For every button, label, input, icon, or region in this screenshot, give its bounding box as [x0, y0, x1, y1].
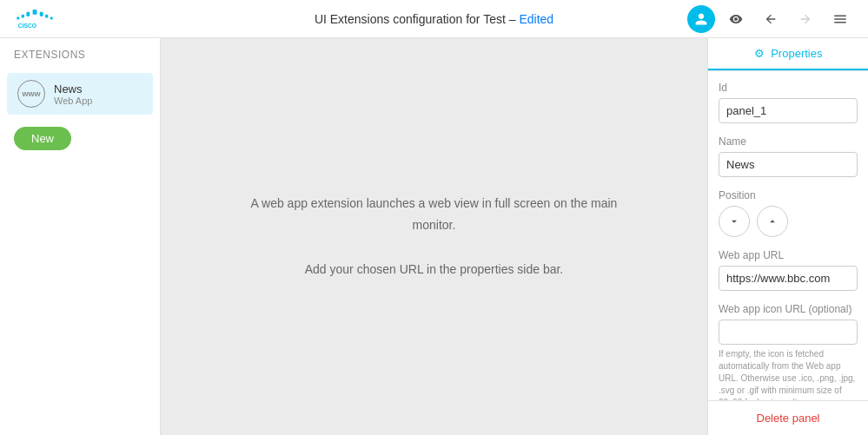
prop-group-icon-url: Web app icon URL (optional) If empty, th…	[719, 303, 858, 400]
name-input[interactable]	[719, 152, 858, 177]
id-label: Id	[719, 82, 858, 94]
sidebar-item-icon-text: www	[22, 89, 40, 98]
properties-panel: ⚙ Properties Id Name Position	[707, 38, 868, 435]
canvas-area: A web app extension launches a web view …	[161, 38, 707, 435]
svg-rect-6	[50, 16, 53, 19]
header-title: UI Extensions configuration for Test – E…	[315, 12, 553, 26]
header-edited-badge: Edited	[519, 12, 553, 26]
svg-rect-2	[22, 14, 24, 17]
svg-rect-3	[17, 16, 19, 19]
sidebar-item-www-icon: www	[17, 80, 45, 108]
preview-button[interactable]	[722, 5, 750, 33]
main-area: Extensions www News Web App New A web ap…	[0, 38, 868, 435]
canvas-line-3: Add your chosen URL in the properties si…	[251, 259, 618, 280]
prop-group-name: Name	[719, 135, 858, 177]
icon-url-hint: If empty, the icon is fetched automatica…	[719, 348, 858, 400]
prop-group-web-app-url: Web app URL	[719, 249, 858, 291]
new-button[interactable]: New	[14, 127, 71, 150]
prop-group-position: Position	[719, 189, 858, 237]
sidebar-section-label: Extensions	[0, 38, 160, 71]
sidebar-item-name: News	[54, 82, 92, 96]
delete-panel-button[interactable]: Delete panel	[708, 400, 868, 435]
tab-properties-label: Properties	[771, 47, 822, 60]
forward-button[interactable]	[792, 5, 819, 33]
properties-content: Id Name Position	[708, 71, 868, 400]
properties-tabs: ⚙ Properties	[708, 38, 868, 71]
svg-rect-1	[26, 11, 30, 16]
web-app-url-input[interactable]	[719, 266, 858, 291]
header-title-text: UI Extensions configuration for Test	[315, 12, 506, 26]
sidebar-item-text: News Web App	[54, 82, 92, 106]
svg-rect-0	[33, 9, 37, 14]
web-app-url-label: Web app URL	[719, 249, 858, 261]
canvas-line-2: monitor.	[251, 214, 618, 236]
tab-properties[interactable]: ⚙ Properties	[708, 38, 868, 70]
prop-group-id: Id	[719, 82, 858, 123]
position-label: Position	[719, 189, 858, 201]
icon-url-input[interactable]	[719, 320, 858, 345]
header-actions	[687, 5, 854, 33]
cisco-logo: CISCO	[14, 9, 56, 30]
sidebar-item-news[interactable]: www News Web App	[7, 73, 153, 115]
back-button[interactable]	[757, 5, 785, 33]
svg-rect-5	[45, 14, 48, 17]
header: CISCO UI Extensions configuration for Te…	[0, 0, 868, 38]
gear-icon: ⚙	[754, 47, 765, 60]
icon-url-label: Web app icon URL (optional)	[719, 303, 858, 315]
svg-text:CISCO: CISCO	[18, 23, 36, 29]
sidebar-item-type: Web App	[54, 96, 92, 106]
position-controls	[719, 206, 858, 237]
id-input[interactable]	[719, 98, 858, 123]
position-up-button[interactable]	[757, 206, 788, 237]
canvas-line-1: A web app extension launches a web view …	[251, 193, 618, 214]
name-label: Name	[719, 135, 858, 148]
sidebar: Extensions www News Web App New	[0, 38, 161, 435]
position-down-button[interactable]	[719, 206, 750, 237]
header-separator: –	[509, 12, 520, 26]
svg-rect-4	[40, 11, 43, 16]
more-button[interactable]	[826, 5, 854, 33]
canvas-message: A web app extension launches a web view …	[251, 193, 618, 280]
user-avatar-button[interactable]	[687, 5, 715, 33]
